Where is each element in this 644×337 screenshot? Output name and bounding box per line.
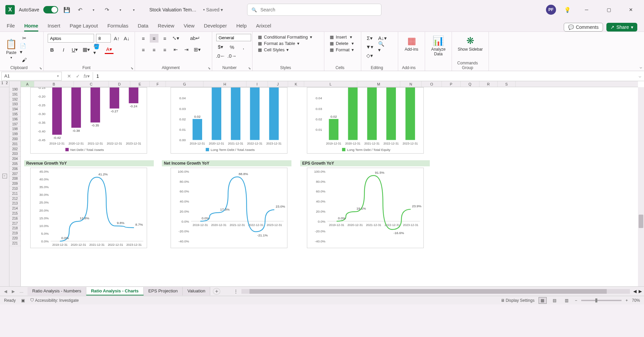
macro-record-icon[interactable]: ▣	[21, 298, 25, 303]
outline-level-2[interactable]: 2	[5, 81, 9, 87]
display-settings-button[interactable]: 🖥 Display Settings	[501, 298, 535, 303]
normal-view-icon[interactable]: ▦	[539, 297, 547, 304]
align-right-icon[interactable]: ≡	[160, 45, 169, 54]
accessibility-status[interactable]: ⛉ Accessibility: Investigate	[30, 298, 79, 303]
addins-button[interactable]: ▦ Add-ins	[402, 34, 421, 53]
sheet-tab[interactable]: EPS Projection	[144, 287, 183, 295]
row-header[interactable]: 210	[9, 186, 20, 191]
minimize-button[interactable]: ─	[579, 4, 594, 15]
chart[interactable]: 45.0%40.0%35.0%30.0%25.0%20.0%15.0%10.0%…	[30, 168, 147, 248]
analyze-data-button[interactable]: 📊 Analyze Data	[429, 34, 448, 58]
show-sidebar-button[interactable]: ❋ Show Sidebar	[456, 34, 485, 53]
sheet-bar-menu-icon[interactable]: ⋮	[234, 289, 238, 294]
row-header[interactable]: 207	[9, 172, 20, 177]
increase-font-icon[interactable]: A↑	[113, 34, 121, 43]
tab-data[interactable]: Data	[138, 23, 148, 32]
tab-page-layout[interactable]: Page Layout	[70, 23, 98, 32]
grid-content[interactable]: -0.15-0.20-0.25-0.30-0.35-0.40-0.45-0.42…	[21, 87, 638, 286]
decrease-font-icon[interactable]: A↓	[123, 34, 131, 43]
font-launcher[interactable]: ⬊	[131, 66, 133, 70]
formula-expand-icon[interactable]: ⌵	[636, 73, 644, 78]
increase-decimal-icon[interactable]: .0←	[216, 51, 225, 60]
row-header[interactable]: 211	[9, 191, 20, 196]
sheet-tab[interactable]: Valuation	[183, 287, 210, 295]
redo-dropdown-icon[interactable]: ▾	[116, 5, 125, 14]
row-header[interactable]: 215	[9, 211, 20, 216]
column-header[interactable]: E	[130, 81, 150, 87]
tab-arixcel[interactable]: Arixcel	[256, 23, 271, 32]
tab-developer[interactable]: Developer	[204, 23, 227, 32]
share-button[interactable]: ↗ Share ▾	[606, 23, 637, 32]
underline-icon[interactable]: U▾	[71, 45, 79, 54]
chart[interactable]: 0.040.030.020.010.022019-12-312020-12-31…	[307, 87, 424, 154]
bold-icon[interactable]: B	[48, 45, 56, 54]
row-header[interactable]: 209	[9, 181, 20, 186]
outline-collapse-button[interactable]: −	[2, 174, 7, 178]
column-header[interactable]: J	[268, 81, 288, 87]
add-sheet-button[interactable]: +	[213, 288, 220, 295]
row-header[interactable]: 219	[9, 231, 20, 236]
sheet-tab[interactable]: Ratio Analysis - Charts	[86, 287, 144, 295]
insert-cells-button[interactable]: ▦ Insert ▾	[328, 34, 357, 40]
row-header[interactable]: 216	[9, 216, 20, 221]
vscroll-thumb[interactable]	[639, 215, 643, 228]
row-header[interactable]: 202	[9, 147, 20, 152]
row-header[interactable]: 208	[9, 176, 20, 181]
borders-icon[interactable]: ▦▾	[82, 45, 91, 54]
fill-icon[interactable]: ▼▾	[365, 43, 374, 51]
row-header[interactable]: 195	[9, 112, 20, 117]
row-header[interactable]: 194	[9, 107, 20, 112]
qat-customize-icon[interactable]: ▾	[129, 5, 139, 14]
merge-icon[interactable]: ⊞▾	[193, 45, 201, 54]
column-header[interactable]: D	[109, 81, 130, 87]
copy-icon[interactable]: 📄▾	[20, 45, 29, 53]
column-header[interactable]: S	[498, 81, 516, 87]
number-format-select[interactable]	[216, 34, 251, 41]
search-input[interactable]	[260, 7, 377, 12]
column-header[interactable]: C	[74, 81, 109, 87]
autosave-toggle[interactable]	[43, 6, 58, 13]
row-header[interactable]: 217	[9, 221, 20, 226]
column-header[interactable]: F	[150, 81, 166, 87]
number-launcher[interactable]: ⬊	[248, 66, 251, 70]
user-avatar[interactable]: PF	[546, 5, 556, 15]
italic-icon[interactable]: I	[59, 45, 68, 54]
row-header[interactable]: 203	[9, 152, 20, 157]
row-header[interactable]: 197	[9, 122, 20, 127]
vertical-scrollbar[interactable]	[638, 87, 644, 286]
tab-review[interactable]: Review	[158, 23, 174, 32]
row-header[interactable]: 213	[9, 201, 20, 206]
format-as-table-button[interactable]: ▦ Format as Table ▾	[257, 40, 320, 47]
column-header[interactable]: B	[34, 81, 74, 87]
redo-icon[interactable]: ↷	[102, 5, 112, 14]
close-button[interactable]: ✕	[623, 4, 639, 15]
row-header[interactable]: 196	[9, 117, 20, 122]
font-name-select[interactable]	[48, 34, 94, 43]
find-icon[interactable]: 🔍▾	[378, 43, 387, 51]
column-header[interactable]: I	[246, 81, 268, 87]
format-cells-button[interactable]: ▦ Format ▾	[328, 47, 357, 53]
page-layout-view-icon[interactable]: ▤	[551, 297, 559, 304]
row-header[interactable]: 199	[9, 132, 20, 137]
save-icon[interactable]: 💾	[62, 5, 72, 14]
chart[interactable]: -0.15-0.20-0.25-0.30-0.35-0.40-0.45-0.42…	[30, 87, 147, 154]
align-left-icon[interactable]: ≡	[139, 45, 148, 54]
row-header[interactable]: 221	[9, 241, 20, 246]
chart[interactable]: 100.0%80.0%60.0%40.0%20.0%0.0%-20.0%-40.…	[171, 168, 287, 248]
currency-icon[interactable]: $▾	[216, 43, 225, 51]
row-header[interactable]: 193	[9, 102, 20, 107]
comments-button[interactable]: 💬 Comments	[564, 23, 603, 32]
maximize-button[interactable]: ▢	[601, 4, 616, 15]
fx-icon[interactable]: fx▾	[83, 72, 91, 80]
wrap-text-icon[interactable]: ab↵	[191, 34, 199, 43]
row-header[interactable]: 220	[9, 236, 20, 241]
clipboard-launcher[interactable]: ⬊	[39, 66, 42, 70]
row-header[interactable]: 191	[9, 92, 20, 97]
page-break-view-icon[interactable]: ▥	[563, 297, 571, 304]
alignment-launcher[interactable]: ⬊	[208, 66, 211, 70]
font-color-icon[interactable]: A▾	[105, 45, 113, 54]
paste-button[interactable]: 📋 Paste ▾	[4, 37, 18, 61]
row-header[interactable]: 201	[9, 142, 20, 147]
chart[interactable]: 0.040.030.020.010.000.022019-12-312020-1…	[171, 87, 287, 154]
search-box[interactable]: 🔍	[247, 4, 381, 16]
